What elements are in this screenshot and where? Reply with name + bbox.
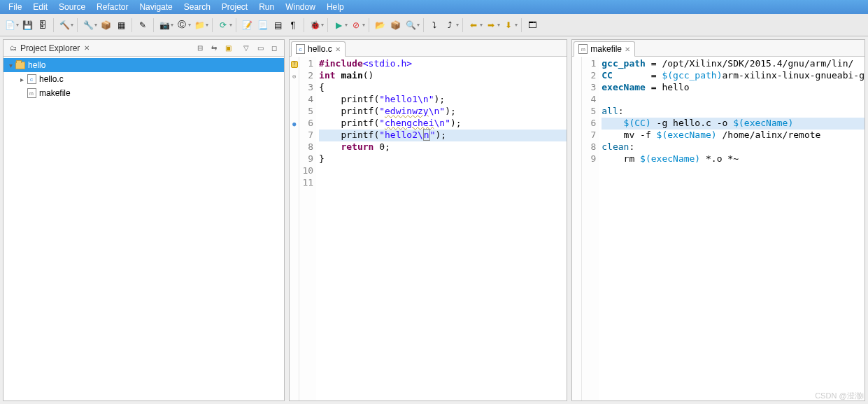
explorer-title: Project Explorer xyxy=(20,43,80,53)
refresh-icon[interactable]: ⟳ xyxy=(216,18,230,32)
forward-icon[interactable]: ➡ xyxy=(484,18,498,32)
explorer-viewbar: 🗂 Project Explorer ✕ ⊟ ⇆ ▣ ▽ ▭ ◻ xyxy=(3,40,284,57)
chip-icon[interactable]: ▦ xyxy=(114,18,128,32)
menu-help[interactable]: Help xyxy=(321,1,350,13)
menubar: FileEditSourceRefactorNavigateSearchProj… xyxy=(0,0,868,14)
camera-icon[interactable]: 📷 xyxy=(157,18,171,32)
step-over-icon[interactable]: ⤵ xyxy=(427,18,441,32)
menu-project[interactable]: Project xyxy=(216,1,253,13)
close-view-icon[interactable]: ✕ xyxy=(81,43,92,54)
workbench: 🗂 Project Explorer ✕ ⊟ ⇆ ▣ ▽ ▭ ◻ ▾hello▸… xyxy=(0,36,868,404)
menu-navigate[interactable]: Navigate xyxy=(134,1,178,13)
edit-icon[interactable]: 📝 xyxy=(240,18,254,32)
tab-label: hello.c xyxy=(308,44,332,54)
perspective-icon[interactable]: 🗔 xyxy=(525,18,539,32)
editor1[interactable]: ?⊖● 1234567891011 #include<stdio.h>int m… xyxy=(290,57,567,400)
makefile-icon: m xyxy=(578,44,588,54)
explorer-panel: 🗂 Project Explorer ✕ ⊟ ⇆ ▣ ▽ ▭ ◻ ▾hello▸… xyxy=(3,39,285,401)
menu-search[interactable]: Search xyxy=(178,1,216,13)
cfile-icon: c xyxy=(26,74,37,85)
mfile-icon: m xyxy=(26,88,37,99)
bug-icon[interactable]: 🐞 xyxy=(308,18,322,32)
tree-item-hello-c[interactable]: ▸chello.c xyxy=(3,72,284,86)
wrench-icon[interactable]: 🔧 xyxy=(81,18,95,32)
editor1-tabbar: c hello.c ✕ xyxy=(290,40,567,57)
folder-new-icon[interactable]: 📁 xyxy=(192,18,206,32)
tab-makefile[interactable]: m makefile ✕ xyxy=(574,41,635,57)
focus-icon[interactable]: ▣ xyxy=(222,43,234,54)
cfile-new-icon[interactable]: Ⓒ xyxy=(175,18,189,32)
minimize-icon[interactable]: ▭ xyxy=(255,43,266,54)
new-icon[interactable]: 📄 xyxy=(3,18,17,32)
main-toolbar: 📄▾ 💾 🗄 🔨▾ 🔧▾ 📦 ▦ ✎ 📷▾ Ⓒ▾ 📁▾ ⟳▾ 📝 📃 ▤ ¶ 🐞… xyxy=(0,14,868,36)
run-icon[interactable]: ▶ xyxy=(332,18,346,32)
view-menu-icon[interactable]: ▽ xyxy=(241,43,252,54)
editor2-tabbar: m makefile ✕ xyxy=(572,40,865,57)
back-icon[interactable]: ⬅ xyxy=(467,18,481,32)
editor2[interactable]: 123456789 gcc_path = /opt/Xilinx/SDK/201… xyxy=(572,57,865,400)
stop-icon[interactable]: ⊘ xyxy=(349,18,363,32)
para-icon[interactable]: ¶ xyxy=(286,18,300,32)
save-icon[interactable]: 💾 xyxy=(20,18,34,32)
search-icon[interactable]: 🔍 xyxy=(404,18,418,32)
doc-icon[interactable]: 📃 xyxy=(255,18,269,32)
build-icon[interactable]: 🔨 xyxy=(57,18,71,32)
menu-file[interactable]: File xyxy=(3,1,27,13)
package-icon[interactable]: 📦 xyxy=(388,18,402,32)
folder-open-icon[interactable]: 📂 xyxy=(373,18,387,32)
tree-label: hello.c xyxy=(39,74,64,84)
close-tab-icon[interactable]: ✕ xyxy=(625,46,630,53)
editor2-panel: m makefile ✕ 123456789 gcc_path = /opt/X… xyxy=(571,39,865,401)
tab-label: makefile xyxy=(590,44,622,54)
tree-label: hello xyxy=(28,60,45,70)
tree-item-hello[interactable]: ▾hello xyxy=(3,58,284,72)
menu-refactor[interactable]: Refactor xyxy=(91,1,134,13)
tree-label: makefile xyxy=(39,88,71,98)
project-tree[interactable]: ▾hello▸chello.cmmakefile xyxy=(3,57,284,102)
tree-item-makefile[interactable]: mmakefile xyxy=(3,86,284,100)
wand-icon[interactable]: ✎ xyxy=(136,18,150,32)
tab-hello-c[interactable]: c hello.c ✕ xyxy=(291,41,346,57)
menu-run[interactable]: Run xyxy=(253,1,280,13)
layers-icon[interactable]: ▤ xyxy=(271,18,285,32)
editor1-panel: c hello.c ✕ ?⊖● 1234567891011 #include<s… xyxy=(289,39,567,401)
maximize-icon[interactable]: ◻ xyxy=(269,43,280,54)
menu-edit[interactable]: Edit xyxy=(27,1,53,13)
menu-window[interactable]: Window xyxy=(280,1,321,13)
collapse-all-icon[interactable]: ⊟ xyxy=(194,43,206,54)
down-icon[interactable]: ⬇ xyxy=(501,18,515,32)
explorer-icon: 🗂 xyxy=(8,43,19,54)
menu-source[interactable]: Source xyxy=(53,1,91,13)
close-tab-icon[interactable]: ✕ xyxy=(335,46,341,53)
link-icon[interactable]: ⇆ xyxy=(208,43,220,54)
box-icon[interactable]: 📦 xyxy=(99,18,113,32)
folder-icon xyxy=(15,60,26,71)
step-into-icon[interactable]: ⤴ xyxy=(443,18,457,32)
save-all-icon[interactable]: 🗄 xyxy=(36,18,50,32)
cfile-icon: c xyxy=(296,44,305,54)
